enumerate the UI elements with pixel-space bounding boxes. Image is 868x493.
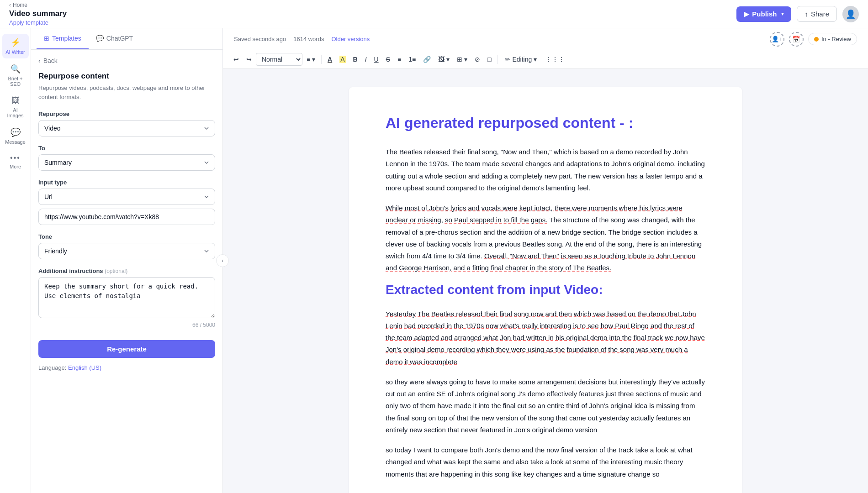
extra-options-button[interactable]: ⋮⋮⋮ [542,53,568,65]
share-icon: ↑ [804,10,808,18]
back-label: Back [43,57,58,64]
tab-chatgpt-label: ChatGPT [106,35,133,42]
sidebar-item-ai-writer[interactable]: ⚡ AI Writer [2,34,29,58]
sidebar-item-ai-images[interactable]: 🖼 AI Images [2,92,29,122]
bold-button[interactable]: B [350,53,361,65]
schedule-button[interactable]: 📅 [789,32,804,47]
sidebar-item-brief-seo[interactable]: 🔍 Brief + SEO [2,60,29,90]
repurpose-select[interactable]: Video Podcast Document Webpage [38,120,215,136]
redo-button[interactable]: ↪ [243,53,255,65]
clear-format-button[interactable]: ⊘ [471,53,483,65]
repurpose-field: Repurpose Video Podcast Document Webpage [38,110,215,136]
doc-heading-1: AI generated repurposed content - : [386,115,705,131]
tab-chatgpt[interactable]: 💬 ChatGPT [89,28,140,49]
chevron-left-icon: ‹ [9,2,11,8]
editor-meta: Saved seconds ago 1614 words Older versi… [234,36,370,42]
pencil-icon: ✏ [505,56,510,63]
image-button[interactable]: 🖼 ▾ [435,53,453,65]
italic-button[interactable]: I [362,53,370,65]
panel-collapse-button[interactable]: ‹ [216,254,229,267]
format-select[interactable]: Normal Heading 1 Heading 2 [256,53,302,66]
doc-heading-2: Extracted content from input Video: [386,283,705,297]
para2-underlined-span: While most of John's lyrics and vocals w… [386,204,683,224]
share-label: Share [811,10,829,18]
editing-chevron-icon: ▾ [534,56,537,63]
home-link[interactable]: ‹ Home [9,2,736,8]
doc-para-3: Yesterday The Beatles released their fin… [386,308,705,368]
more-options-button[interactable]: □ [484,53,494,65]
highlight-button[interactable]: A [336,53,349,65]
doc-para-5: so today I want to compare both Jon's de… [386,444,705,480]
section-desc: Repurpose videos, podcasts, docs, webpag… [38,84,215,101]
to-label: To [38,145,215,152]
tab-templates[interactable]: ⊞ Templates [37,28,89,49]
to-field: To Summary Blog Post Social Post Newslet… [38,145,215,171]
message-icon: 💬 [11,127,21,137]
toolbar: ↩ ↪ Normal Heading 1 Heading 2 ≡ ▾ A A B… [223,50,868,69]
additional-label: Additional instructions (optional) [38,267,215,274]
top-nav: ‹ Home Video summary Apply template ▶ Pu… [0,0,868,28]
person-plus-icon: 👤+ [772,36,783,42]
templates-icon: ⊞ [44,35,49,42]
back-link[interactable]: ‹ Back [38,57,215,64]
editor-actions: 👤+ 📅 In - Review [770,32,857,47]
editor-doc[interactable]: AI generated repurposed content - : The … [349,87,742,493]
toolbar-divider-1 [321,55,322,64]
word-count: 1614 words [293,36,324,42]
language-link[interactable]: English (US) [68,364,101,371]
additional-instructions-field: Additional instructions (optional) Keep … [38,267,215,328]
back-chevron-icon: ‹ [38,57,41,64]
tone-select[interactable]: Friendly Professional Casual Formal [38,243,215,259]
lightning-icon: ⚡ [11,37,21,47]
editing-label: Editing [512,56,532,63]
icon-sidebar: ⚡ AI Writer 🔍 Brief + SEO 🖼 AI Images 💬 … [0,28,31,493]
align-button[interactable]: ≡ ▾ [303,53,318,65]
panel-content: ‹ Back Repurpose content Repurpose video… [31,50,222,493]
older-versions-link[interactable]: Older versions [331,36,370,42]
saved-text: Saved seconds ago [234,36,286,42]
underline-button[interactable]: U [371,53,382,65]
add-collaborator-button[interactable]: 👤+ [770,32,784,47]
editing-dropdown-button[interactable]: ✏ Editing ▾ [500,53,541,65]
input-type-select[interactable]: Url Text File [38,189,215,205]
status-badge[interactable]: In - Review [808,33,857,45]
editor-scroll: AI generated repurposed content - : The … [223,69,868,493]
bullet-list-button[interactable]: ≡ [394,53,404,65]
dots-icon: ••• [10,154,21,162]
text-color-button[interactable]: A [324,53,335,65]
ordered-list-button[interactable]: 1≡ [405,53,419,65]
share-button[interactable]: ↑ Share [797,6,837,22]
to-select[interactable]: Summary Blog Post Social Post Newsletter [38,154,215,171]
strikethrough-button[interactable]: S [383,53,393,65]
editor-area: Saved seconds ago 1614 words Older versi… [223,28,868,493]
panel: ⊞ Templates 💬 ChatGPT ‹ ‹ Back Repurpose… [31,28,223,493]
para2-underlined-span2: Overall, "Now and Then" is seen as a tou… [386,252,695,272]
url-input[interactable] [38,209,215,225]
publish-button[interactable]: ▶ Publish ▾ [736,6,791,22]
sidebar-item-message[interactable]: 💬 Message [2,124,29,148]
input-type-label: Input type [38,179,215,186]
sidebar-item-more[interactable]: ••• More [2,150,29,173]
play-icon: ▶ [744,10,749,18]
link-button[interactable]: 🔗 [420,53,434,65]
chevron-down-icon: ▾ [781,11,784,17]
doc-para-1: The Beatles released their final song, "… [386,146,705,194]
sidebar-label-message: Message [5,139,26,145]
additional-textarea[interactable]: Keep the summary short for a quick read.… [38,277,215,318]
editor-topbar: Saved seconds ago 1614 words Older versi… [223,28,868,50]
main-layout: ⚡ AI Writer 🔍 Brief + SEO 🖼 AI Images 💬 … [0,28,868,493]
regenerate-button[interactable]: Re-generate [38,340,215,358]
status-label: In - Review [821,36,851,42]
tab-templates-label: Templates [52,35,81,42]
search-icon: 🔍 [11,64,21,74]
top-nav-left: ‹ Home Video summary Apply template [9,2,736,26]
avatar[interactable]: 👤 [842,6,859,22]
char-count: 66 / 5000 [38,322,215,328]
sidebar-label-more: More [10,164,21,169]
chatgpt-icon: 💬 [96,35,104,42]
undo-button[interactable]: ↩ [230,53,242,65]
table-button[interactable]: ⊞ ▾ [454,53,471,65]
image-icon: 🖼 [11,96,20,105]
sidebar-label-ai-writer: AI Writer [5,49,25,55]
apply-template-link[interactable]: Apply template [9,19,736,26]
